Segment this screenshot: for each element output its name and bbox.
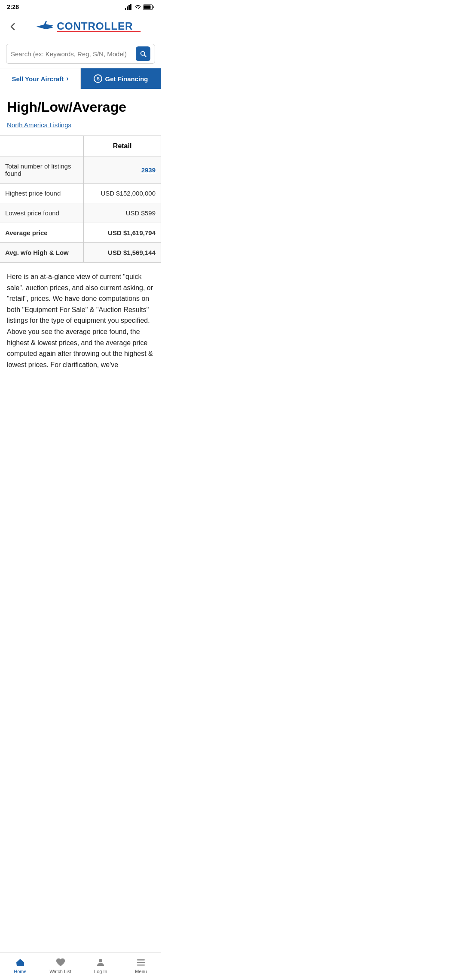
signal-icon <box>125 4 133 10</box>
price-table: Retail Total number of listings found293… <box>0 136 161 263</box>
svg-rect-5 <box>144 5 151 9</box>
nav-menu[interactable]: Menu <box>121 953 161 980</box>
get-financing-button[interactable]: $ Get Financing <box>81 68 161 89</box>
table-row-value: USD $599 <box>84 203 161 223</box>
north-america-listings-link[interactable]: North America Listings <box>0 119 161 135</box>
svg-rect-1 <box>127 6 128 10</box>
svg-rect-7 <box>57 31 140 32</box>
cta-row: Sell Your Aircraft › $ Get Financing <box>0 68 161 89</box>
logo: CONTROLLER <box>21 15 156 38</box>
finance-label: Get Financing <box>105 75 148 83</box>
table-retail-header: Retail <box>84 136 161 156</box>
bottom-nav: Home Watch List Log In Menu <box>0 952 161 980</box>
search-input[interactable] <box>11 50 136 58</box>
status-bar: 2:28 <box>0 0 161 12</box>
table-row-value[interactable]: 2939 <box>84 156 161 184</box>
nav-login-label: Log In <box>94 969 107 974</box>
svg-rect-3 <box>130 4 131 10</box>
svg-rect-0 <box>125 8 126 10</box>
description-text: Here is an at-a-glance view of current "… <box>0 263 161 379</box>
table-row-label: Lowest price found <box>0 203 84 223</box>
svg-rect-10 <box>137 962 145 963</box>
battery-icon <box>143 4 154 10</box>
login-icon <box>95 957 106 968</box>
sell-aircraft-button[interactable]: Sell Your Aircraft › <box>0 68 81 89</box>
header: CONTROLLER <box>0 12 161 41</box>
back-button[interactable] <box>5 19 21 34</box>
search-button[interactable] <box>136 46 150 61</box>
sell-label: Sell Your Aircraft <box>12 75 64 83</box>
nav-watchlist[interactable]: Watch List <box>40 953 81 980</box>
table-row-value: USD $1,569,144 <box>84 243 161 263</box>
menu-icon <box>136 957 146 968</box>
nav-home[interactable]: Home <box>0 953 40 980</box>
search-bar[interactable] <box>6 44 155 64</box>
nav-menu-label: Menu <box>135 969 147 974</box>
nav-watchlist-label: Watch List <box>49 969 71 974</box>
status-icons <box>125 4 154 10</box>
table-row-label: Highest price found <box>0 184 84 203</box>
controller-logo: CONTROLLER <box>33 15 144 38</box>
table-empty-header <box>0 136 84 156</box>
nav-home-label: Home <box>14 969 26 974</box>
sell-arrow-icon: › <box>66 75 68 83</box>
table-row-label: Avg. w/o High & Low <box>0 243 84 263</box>
table-row-value: USD $152,000,000 <box>84 184 161 203</box>
table-row-value: USD $1,619,794 <box>84 223 161 243</box>
svg-point-8 <box>99 959 102 962</box>
svg-rect-2 <box>128 5 130 10</box>
table-row-label: Total number of listings found <box>0 156 84 184</box>
svg-rect-9 <box>137 959 145 961</box>
svg-rect-11 <box>137 965 145 966</box>
svg-text:CONTROLLER: CONTROLLER <box>57 20 133 32</box>
wifi-icon <box>134 4 141 9</box>
financing-circle-icon: $ <box>94 74 102 83</box>
search-icon <box>139 50 147 58</box>
watchlist-icon <box>55 957 66 968</box>
page-title: High/Low/Average <box>0 89 161 119</box>
table-row-label: Average price <box>0 223 84 243</box>
nav-login[interactable]: Log In <box>81 953 121 980</box>
home-icon <box>15 957 25 968</box>
time: 2:28 <box>7 3 19 10</box>
